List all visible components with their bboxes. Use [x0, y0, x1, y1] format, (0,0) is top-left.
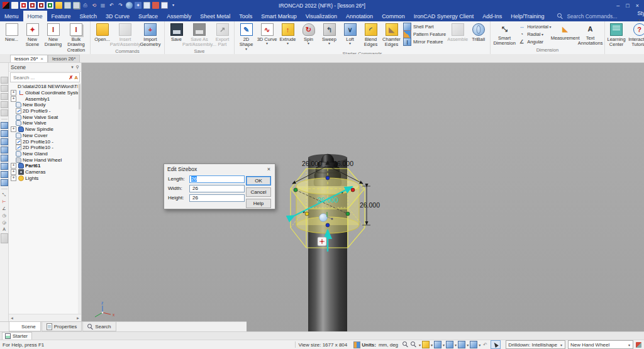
pan-icon[interactable]: ↶	[482, 341, 489, 348]
active-part-dropdown[interactable]: New Hand Wheel ▾	[568, 340, 633, 349]
view-cube-6-icon[interactable]	[1, 163, 8, 170]
tab-sheet-metal[interactable]: Sheet Metal	[196, 11, 235, 21]
save-icon[interactable]	[64, 2, 71, 9]
new-drawing-button[interactable]: New Drawing	[43, 22, 64, 48]
scroll-left-icon[interactable]: ◄	[10, 316, 14, 320]
clock-tool-2-icon[interactable]: ◶	[1, 219, 8, 225]
tab-visualization[interactable]: Visualization	[301, 11, 341, 21]
scroll-right-icon[interactable]: ►	[76, 316, 80, 320]
new-drawing-icon[interactable]	[29, 2, 36, 9]
triball-button[interactable]: TriBall	[468, 22, 489, 43]
view-cube-3-icon[interactable]	[1, 138, 8, 145]
measurement-button[interactable]: Measurement	[553, 22, 578, 42]
open-icon[interactable]	[55, 2, 62, 9]
render-dropdown-icon[interactable]: ▾	[443, 343, 445, 347]
tab-3d-curve[interactable]: 3D Curve	[101, 11, 134, 21]
bulk-drawing-icon[interactable]	[38, 2, 45, 9]
render-sphere-icon[interactable]	[126, 2, 133, 9]
tree-item-new-spindle[interactable]: New Spindle	[10, 126, 81, 133]
zoom-out-icon[interactable]	[411, 341, 418, 348]
select-tool-button[interactable]	[491, 340, 501, 349]
length-field[interactable]: 26	[189, 175, 245, 183]
2d-shape-button[interactable]: 2D Shape	[236, 22, 257, 51]
learning-center-button[interactable]: Learning Center	[606, 22, 627, 48]
handle-bottom-blue[interactable]	[326, 223, 330, 227]
horizontal-dimension-button[interactable]: Horizontal	[517, 23, 552, 30]
view-cube-1-icon[interactable]	[1, 122, 8, 129]
perspective-icon[interactable]	[458, 341, 465, 348]
render-mode-icon[interactable]	[434, 341, 441, 348]
orientation-dropdown-icon[interactable]: ▾	[479, 343, 480, 347]
tab-surface[interactable]: Surface	[134, 11, 162, 21]
scene-search-input[interactable]	[12, 74, 68, 81]
tab-help-training[interactable]: Help/Training	[506, 11, 548, 21]
sweep-button[interactable]: Sweep	[319, 22, 340, 45]
dialog-close-icon[interactable]: ×	[266, 166, 272, 172]
new-catalog-icon[interactable]	[47, 2, 53, 9]
move-anchor-icon[interactable]	[318, 237, 326, 246]
datum-tool-icon[interactable]: ⊢	[1, 199, 8, 204]
expand-icon[interactable]	[11, 90, 16, 96]
spin-button[interactable]: Spin	[298, 22, 319, 45]
tree-item-new-hand-wheel[interactable]: New Hand Wheel	[10, 157, 81, 163]
smart-dimension-button[interactable]: Smart Dimension	[492, 22, 517, 47]
perspective-dropdown-icon[interactable]: ▾	[467, 343, 469, 347]
tree-item-assembly1[interactable]: Assembly1	[10, 96, 81, 102]
shell-part-button[interactable]: Shell Part	[402, 23, 447, 30]
tree-item-part61[interactable]: Part61	[10, 163, 81, 169]
handle-right-red[interactable]	[351, 188, 355, 192]
text-annotations-button[interactable]: Text Annotations	[578, 22, 603, 47]
tree-item-new-body[interactable]: New Body	[10, 102, 81, 108]
ok-button[interactable]: OK	[246, 176, 271, 186]
bulk-drawing-creation-button[interactable]: Bulk Drawing Creation	[64, 22, 89, 53]
view-cube-5-icon[interactable]	[1, 155, 8, 162]
radial-dimension-button[interactable]: Radial	[517, 30, 552, 38]
help-button[interactable]: Help	[246, 199, 271, 208]
height-field[interactable]	[191, 194, 243, 201]
new-scene-icon[interactable]	[20, 2, 27, 9]
expand-icon[interactable]	[11, 169, 16, 175]
tree-vertical-scrollbar[interactable]	[78, 83, 81, 314]
window-restore-button[interactable]: □	[626, 3, 629, 9]
camera-dropdown-icon[interactable]: ▾	[455, 343, 457, 347]
dock-tab-scene[interactable]: Scene	[9, 322, 41, 331]
tab-home[interactable]: Home	[23, 11, 47, 21]
shaded-dropdown-icon[interactable]: ▾	[431, 343, 433, 347]
view-cube-2-icon[interactable]	[1, 130, 8, 137]
3d-curve-button[interactable]: 3D Curve	[257, 22, 277, 45]
window-close-button[interactable]: ×	[636, 3, 639, 9]
view-cube-8-icon[interactable]	[1, 179, 8, 186]
import-geometry-button[interactable]: Import Geometry	[138, 22, 163, 48]
tree-item-new-cover[interactable]: New Cover	[10, 133, 81, 139]
tree-item-new-valve[interactable]: New Valve	[10, 120, 81, 126]
new-button[interactable]: New...	[1, 22, 22, 43]
interactive-tutorial-button[interactable]: Interactive Tutorial	[627, 22, 644, 48]
panel-pin-icon[interactable]: ⚲	[76, 65, 79, 70]
chamfer-edges-button[interactable]: Chamfer Edges	[381, 22, 402, 48]
qat-more-icon[interactable]: ▾	[170, 2, 177, 9]
width-field[interactable]	[191, 185, 243, 192]
expand-icon[interactable]	[11, 163, 16, 169]
tree-item-2d-profile9[interactable]: 2D Profile9 -	[10, 108, 81, 114]
camera-view-icon[interactable]	[446, 341, 453, 348]
annotation-tool-icon[interactable]: A	[1, 226, 8, 232]
window-minimize-button[interactable]: –	[616, 3, 619, 9]
handle-lower-right-green[interactable]	[346, 212, 350, 216]
angle-tool-icon[interactable]: ∠	[1, 206, 8, 211]
tree-item-lights[interactable]: Lights	[10, 175, 81, 181]
filter-search-icon[interactable]: A	[74, 75, 78, 80]
new-scene-button[interactable]: New Scene	[22, 22, 43, 48]
mirror-feature-button[interactable]: Mirror Feature	[402, 38, 447, 45]
shaded-view-icon[interactable]	[422, 341, 430, 348]
loft-button[interactable]: Loft	[340, 22, 360, 45]
doc-tab-lesson26-active[interactable]: lesson 26* ×	[10, 55, 48, 62]
view-cube-7-icon[interactable]	[1, 171, 8, 178]
tab-add-ins[interactable]: Add-Ins	[478, 11, 506, 21]
print-icon[interactable]: ⎙	[82, 2, 89, 9]
expand-icon[interactable]	[11, 175, 16, 181]
tree-item-scene-root[interactable]: D:\data\2018 NEW\Word\TECH-NE	[10, 84, 81, 90]
new-document-icon[interactable]	[11, 2, 18, 9]
clock-tool-1-icon[interactable]: ◷	[1, 213, 8, 218]
extrude-button[interactable]: Extrude	[277, 22, 298, 45]
anchor-sphere[interactable]	[319, 214, 328, 222]
